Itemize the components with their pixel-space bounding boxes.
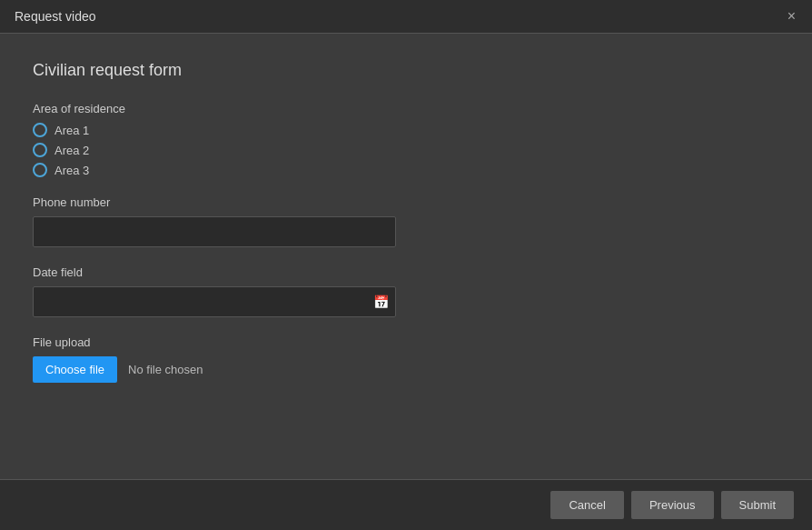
close-button[interactable]: × — [786, 9, 797, 24]
date-input-wrapper: 📅 — [33, 286, 396, 317]
choose-file-button[interactable]: Choose file — [33, 356, 117, 383]
dialog-footer: Cancel Previous Submit — [0, 479, 812, 530]
dialog-title: Request video — [15, 9, 96, 24]
area-of-residence-label: Area of residence — [33, 102, 779, 115]
area-of-residence-group: Area of residence Area 1 Area 2 Area 3 — [33, 102, 779, 177]
radio-area2[interactable] — [33, 143, 47, 157]
dialog-header: Request video × — [0, 0, 812, 34]
radio-item-area1[interactable]: Area 1 — [33, 123, 779, 137]
dialog: Request video × Civilian request form Ar… — [0, 0, 812, 530]
date-field-label: Date field — [33, 265, 779, 279]
radio-label-area2: Area 2 — [54, 144, 89, 157]
radio-area1[interactable] — [33, 123, 47, 137]
file-upload-group: File upload Choose file No file chosen — [33, 335, 779, 383]
phone-number-group: Phone number — [33, 195, 779, 247]
form-title: Civilian request form — [33, 61, 779, 80]
no-file-text: No file chosen — [128, 363, 203, 376]
phone-number-input[interactable] — [33, 216, 396, 247]
date-field-group: Date field 📅 — [33, 265, 779, 317]
date-input[interactable] — [33, 286, 396, 317]
file-upload-label: File upload — [33, 335, 779, 349]
cancel-button[interactable]: Cancel — [550, 491, 623, 519]
submit-button[interactable]: Submit — [721, 491, 794, 519]
radio-item-area2[interactable]: Area 2 — [33, 143, 779, 157]
previous-button[interactable]: Previous — [631, 491, 714, 519]
phone-number-label: Phone number — [33, 195, 779, 209]
dialog-body: Civilian request form Area of residence … — [0, 34, 812, 479]
radio-label-area1: Area 1 — [54, 124, 89, 137]
radio-item-area3[interactable]: Area 3 — [33, 163, 779, 177]
radio-label-area3: Area 3 — [54, 164, 89, 177]
radio-area3[interactable] — [33, 163, 47, 177]
radio-group: Area 1 Area 2 Area 3 — [33, 123, 779, 177]
file-upload-row: Choose file No file chosen — [33, 356, 779, 383]
